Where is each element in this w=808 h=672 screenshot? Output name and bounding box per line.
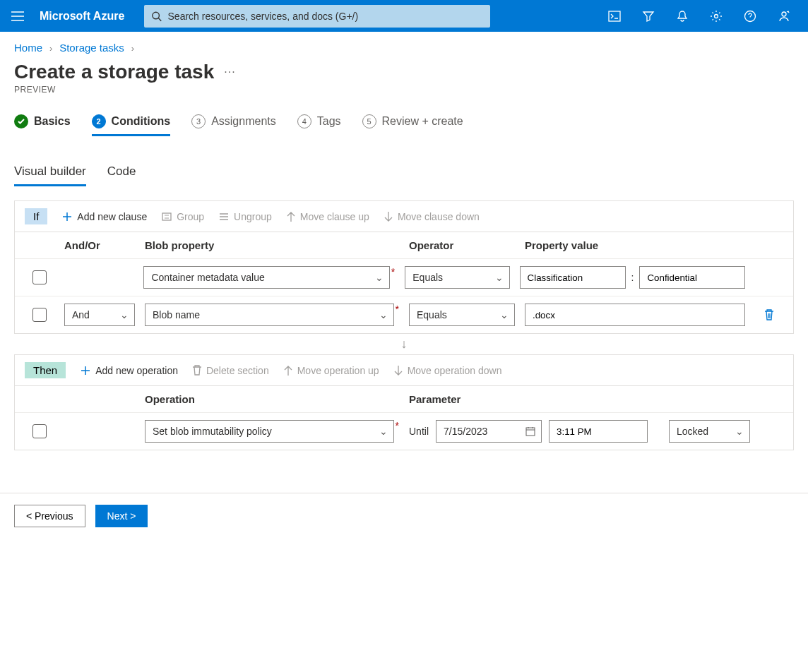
operator-select[interactable]: Equals ⌄ xyxy=(409,304,515,326)
delete-row-button[interactable] xyxy=(764,308,775,321)
previous-button[interactable]: < Previous xyxy=(14,505,85,527)
tab-code[interactable]: Code xyxy=(107,164,136,186)
tab-visual-builder[interactable]: Visual builder xyxy=(14,164,86,186)
top-right-icons xyxy=(598,0,801,32)
ungroup-button[interactable]: Ungroup xyxy=(218,211,272,222)
svg-rect-5 xyxy=(162,213,171,220)
if-panel: If Add new clause Group Ungroup Move cla… xyxy=(14,200,794,334)
crumb-home[interactable]: Home xyxy=(14,42,42,54)
brand-label: Microsoft Azure xyxy=(40,10,124,23)
group-button[interactable]: Group xyxy=(161,211,204,222)
wizard-footer: < Previous Next > xyxy=(0,493,808,539)
help-icon[interactable] xyxy=(733,0,767,32)
colon-separator: : xyxy=(631,272,634,283)
step-label: Assignments xyxy=(211,115,276,128)
group-icon xyxy=(161,211,172,222)
row-checkbox[interactable] xyxy=(32,308,47,322)
move-operation-up-button[interactable]: Move operation up xyxy=(283,365,379,376)
value-input[interactable] xyxy=(525,304,745,326)
then-label: Then xyxy=(25,362,66,378)
until-label: Until xyxy=(409,426,429,437)
search-wrap xyxy=(144,5,490,28)
search-icon xyxy=(151,11,162,22)
step-tags[interactable]: 4 Tags xyxy=(297,114,341,136)
trash-icon xyxy=(764,308,775,321)
time-input[interactable] xyxy=(549,420,648,443)
move-clause-up-button[interactable]: Move clause up xyxy=(286,211,369,222)
operation-select[interactable]: Set blob immutability policy ⌄ xyxy=(145,420,394,443)
value-key-input[interactable] xyxy=(520,266,626,289)
col-parameter: Parameter xyxy=(409,393,783,405)
trash-icon xyxy=(192,365,202,376)
subtabs: Visual builder Code xyxy=(0,146,808,186)
blob-property-select[interactable]: Container metadata value ⌄ xyxy=(143,266,389,289)
flow-arrow-icon: ↓ xyxy=(0,334,808,354)
settings-icon[interactable] xyxy=(699,0,733,32)
more-actions-button[interactable]: ··· xyxy=(224,66,235,78)
arrow-down-icon xyxy=(384,211,393,222)
delete-section-button[interactable]: Delete section xyxy=(192,365,269,376)
row-checkbox[interactable] xyxy=(32,270,47,284)
clause-row: Container metadata value ⌄ * Equals ⌄ : xyxy=(15,258,793,296)
step-label: Conditions xyxy=(112,115,171,128)
calendar-icon xyxy=(525,426,535,436)
step-assignments[interactable]: 3 Assignments xyxy=(191,114,276,136)
col-andor: And/Or xyxy=(64,239,135,251)
blob-property-select[interactable]: Blob name ⌄ xyxy=(145,304,394,326)
title-bar: Create a storage task ··· xyxy=(0,58,808,85)
search-box[interactable] xyxy=(144,5,490,28)
svg-rect-1 xyxy=(609,11,620,21)
chevron-down-icon: ⌄ xyxy=(500,309,509,320)
step-number: 5 xyxy=(362,114,376,128)
step-basics[interactable]: Basics xyxy=(14,114,71,136)
date-picker[interactable]: 7/15/2023 xyxy=(436,420,542,443)
andor-select[interactable]: And ⌄ xyxy=(64,304,135,326)
if-label: If xyxy=(25,208,47,224)
lock-select[interactable]: Locked ⌄ xyxy=(669,420,750,443)
cloud-shell-icon[interactable] xyxy=(598,0,631,32)
add-clause-button[interactable]: Add new clause xyxy=(61,211,147,222)
filter-icon[interactable] xyxy=(631,0,665,32)
feedback-icon[interactable] xyxy=(767,0,801,32)
step-conditions[interactable]: 2 Conditions xyxy=(92,114,171,136)
if-grid-header: And/Or Blob property Operator Property v… xyxy=(15,232,793,258)
if-toolbar: If Add new clause Group Ungroup Move cla… xyxy=(15,201,793,232)
chevron-down-icon: ⌄ xyxy=(375,272,384,283)
operator-select[interactable]: Equals ⌄ xyxy=(405,266,509,289)
required-marker: * xyxy=(396,304,399,315)
svg-point-0 xyxy=(153,12,160,19)
chevron-down-icon: ⌄ xyxy=(495,272,504,283)
svg-point-2 xyxy=(715,14,718,18)
arrow-up-icon xyxy=(286,211,296,222)
menu-button[interactable] xyxy=(7,11,28,21)
step-number: 4 xyxy=(297,114,311,128)
step-label: Tags xyxy=(317,115,341,128)
search-input[interactable] xyxy=(168,11,484,22)
then-grid-header: Operation Parameter xyxy=(15,386,793,412)
move-clause-down-button[interactable]: Move clause down xyxy=(384,211,480,222)
row-checkbox[interactable] xyxy=(32,424,47,438)
check-icon xyxy=(14,114,28,128)
next-button[interactable]: Next > xyxy=(95,505,148,527)
step-label: Basics xyxy=(34,115,71,128)
notifications-icon[interactable] xyxy=(665,0,699,32)
wizard-steps: Basics 2 Conditions 3 Assignments 4 Tags… xyxy=(0,109,808,146)
required-marker: * xyxy=(396,420,399,431)
chevron-right-icon: › xyxy=(49,43,52,54)
arrow-up-icon xyxy=(283,365,293,376)
svg-rect-6 xyxy=(526,428,535,436)
top-bar: Microsoft Azure xyxy=(0,0,808,32)
step-review-create[interactable]: 5 Review + create xyxy=(362,114,463,136)
clause-row: And ⌄ Blob name ⌄ * Equals ⌄ xyxy=(15,296,793,333)
move-operation-down-button[interactable]: Move operation down xyxy=(393,365,502,376)
value-val-input[interactable] xyxy=(639,266,745,289)
crumb-storage-tasks[interactable]: Storage tasks xyxy=(59,42,124,54)
col-blob-property: Blob property xyxy=(145,239,399,251)
page-subtitle: PREVIEW xyxy=(0,85,808,109)
col-operation: Operation xyxy=(145,393,399,405)
operation-row: Set blob immutability policy ⌄ * Until 7… xyxy=(15,412,793,450)
add-operation-button[interactable]: Add new operation xyxy=(80,365,178,376)
then-toolbar: Then Add new operation Delete section Mo… xyxy=(15,355,793,386)
chevron-down-icon: ⌄ xyxy=(735,426,744,437)
plus-icon xyxy=(61,211,73,222)
